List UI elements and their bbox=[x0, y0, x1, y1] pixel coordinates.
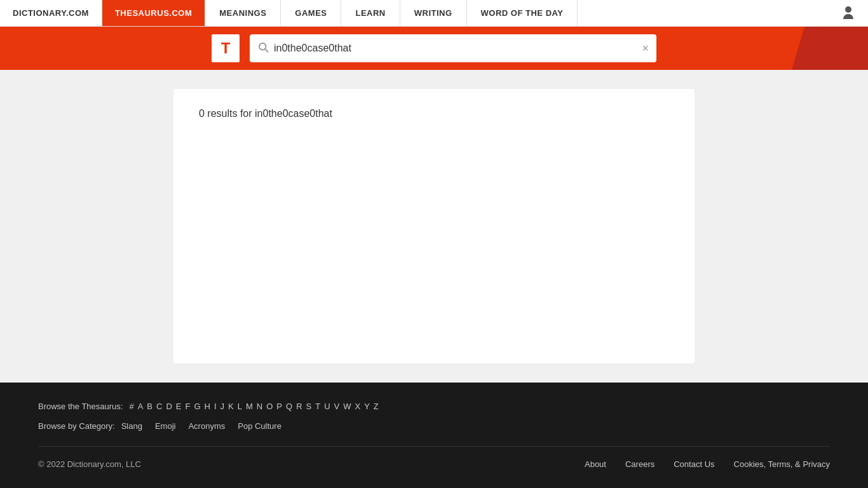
browse-category-label: Browse by Category: bbox=[38, 421, 115, 431]
category-acronyms[interactable]: Acronyms bbox=[188, 421, 225, 431]
alpha-b[interactable]: B bbox=[147, 402, 153, 411]
alpha-n[interactable]: N bbox=[257, 402, 262, 411]
alpha-s[interactable]: S bbox=[306, 402, 312, 411]
alpha-u[interactable]: U bbox=[324, 402, 330, 411]
alpha-c[interactable]: C bbox=[156, 402, 162, 411]
results-message: 0 results for in0the0case0that bbox=[199, 108, 669, 119]
footer-contact-link[interactable]: Contact Us bbox=[674, 459, 714, 469]
dictionary-link[interactable]: DICTIONARY.COM bbox=[0, 0, 102, 26]
footer-about-link[interactable]: About bbox=[585, 459, 606, 469]
alpha-v[interactable]: V bbox=[334, 402, 340, 411]
main-content: 0 results for in0the0case0that bbox=[0, 70, 868, 383]
alpha-o[interactable]: O bbox=[266, 402, 273, 411]
footer-legal-links: About Careers Contact Us Cookies, Terms,… bbox=[585, 459, 830, 469]
alpha-i[interactable]: I bbox=[214, 402, 217, 411]
search-box: × bbox=[250, 34, 656, 62]
nav-word-of-day[interactable]: WORD OF THE DAY bbox=[467, 0, 578, 26]
alpha-r[interactable]: R bbox=[296, 402, 302, 411]
search-header: T × bbox=[0, 27, 868, 70]
nav-meanings[interactable]: MEANINGS bbox=[205, 0, 281, 26]
alpha-p[interactable]: P bbox=[276, 402, 282, 411]
category-slang[interactable]: Slang bbox=[121, 421, 142, 431]
alpha-w[interactable]: W bbox=[343, 402, 351, 411]
alpha-g[interactable]: G bbox=[194, 402, 200, 411]
alpha-j[interactable]: J bbox=[220, 402, 225, 411]
alpha-hash[interactable]: # bbox=[129, 402, 133, 411]
alpha-a[interactable]: A bbox=[138, 402, 144, 411]
nav-learn[interactable]: LEARN bbox=[341, 0, 400, 26]
category-pop-culture[interactable]: Pop Culture bbox=[238, 421, 281, 431]
browse-category-row: Browse by Category: Slang Emoji Acronyms… bbox=[38, 421, 830, 431]
alpha-l[interactable]: L bbox=[238, 402, 242, 411]
alpha-d[interactable]: D bbox=[166, 402, 172, 411]
svg-line-1 bbox=[265, 49, 268, 51]
site-footer: Browse the Thesaurus: # A B C D E F G H … bbox=[0, 383, 868, 488]
alpha-z[interactable]: Z bbox=[374, 402, 379, 411]
alpha-m[interactable]: M bbox=[246, 402, 253, 411]
user-icon bbox=[841, 6, 855, 20]
thesaurus-link[interactable]: THESAURUS.COM bbox=[102, 0, 205, 26]
alpha-x[interactable]: X bbox=[355, 402, 361, 411]
footer-bottom: © 2022 Dictionary.com, LLC About Careers… bbox=[38, 446, 830, 469]
nav-writing[interactable]: WRITING bbox=[400, 0, 467, 26]
top-navigation: DICTIONARY.COM THESAURUS.COM MEANINGS GA… bbox=[0, 0, 868, 27]
search-icon bbox=[257, 41, 269, 55]
user-account-button[interactable] bbox=[829, 0, 868, 26]
footer-careers-link[interactable]: Careers bbox=[625, 459, 654, 469]
alpha-links: # A B C D E F G H I J K L M N O P Q R S … bbox=[129, 402, 378, 411]
browse-thesaurus-label: Browse the Thesaurus: bbox=[38, 402, 123, 411]
alpha-k[interactable]: K bbox=[228, 402, 234, 411]
results-container: 0 results for in0the0case0that bbox=[173, 89, 695, 363]
alpha-t[interactable]: T bbox=[315, 402, 320, 411]
browse-alpha-row: Browse the Thesaurus: # A B C D E F G H … bbox=[38, 402, 830, 411]
footer-cookies-link[interactable]: Cookies, Terms, & Privacy bbox=[734, 459, 830, 469]
nav-games[interactable]: GAMES bbox=[281, 0, 341, 26]
nav-links: MEANINGS GAMES LEARN WRITING WORD OF THE… bbox=[205, 0, 829, 26]
alpha-q[interactable]: Q bbox=[286, 402, 292, 411]
clear-search-button[interactable]: × bbox=[642, 43, 649, 54]
category-emoji[interactable]: Emoji bbox=[155, 421, 176, 431]
site-logo[interactable]: T bbox=[212, 34, 240, 62]
alpha-e[interactable]: E bbox=[176, 402, 182, 411]
copyright-text: © 2022 Dictionary.com, LLC bbox=[38, 459, 141, 469]
search-input[interactable] bbox=[274, 43, 642, 54]
alpha-f[interactable]: F bbox=[185, 402, 190, 411]
alpha-h[interactable]: H bbox=[205, 402, 210, 411]
alpha-y[interactable]: Y bbox=[364, 402, 370, 411]
